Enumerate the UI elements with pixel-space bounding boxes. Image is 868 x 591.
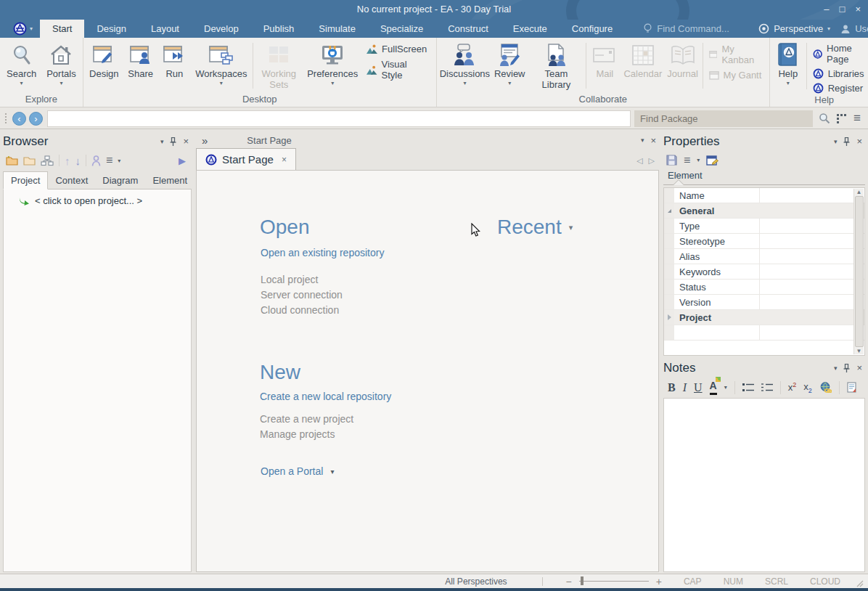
preferences-button[interactable]: Preferences ▾ [303,38,362,93]
fullscreen-button[interactable]: FullScreen [367,44,429,54]
double-chevron-icon[interactable]: » [202,134,208,147]
tab-construct[interactable]: Construct [435,20,501,38]
recent-heading[interactable]: Recent ▾ [497,216,573,239]
open-folder-icon[interactable] [23,155,36,166]
panel-menu-chevron-icon[interactable]: ▾ [834,364,838,372]
numbered-list-icon[interactable] [761,383,773,392]
zoom-slider-thumb[interactable] [581,576,584,585]
tab-scroll-left-icon[interactable]: ◁ [636,156,642,166]
pin-icon[interactable] [843,364,850,372]
properties-menu-icon[interactable]: ≡ [684,154,690,167]
maximize-button[interactable]: □ [840,3,846,16]
back-button[interactable]: ‹ [12,112,26,126]
zoom-out-button[interactable]: − [566,576,572,587]
superscript-button[interactable]: x2 [788,381,797,393]
review-button[interactable]: Review ▾ [491,38,528,93]
design-button[interactable]: Design [85,38,123,93]
edit-notes-document-icon[interactable] [847,382,856,393]
team-library-button[interactable]: Team Library [528,38,584,93]
scrollbar-thumb[interactable] [855,196,864,347]
property-row-type[interactable]: Type [664,219,864,234]
help-button[interactable]: Help ▾ [771,38,805,94]
italic-button[interactable]: I [683,381,687,394]
browser-expand-icon[interactable]: ▶ [179,155,189,166]
tab-start[interactable]: Start [40,20,84,38]
local-project-item[interactable]: Local project [261,272,343,288]
chevron-down-icon[interactable]: ▾ [641,136,644,144]
browser-tab-context[interactable]: Context [48,172,95,189]
new-project-folder-icon[interactable] [6,155,18,166]
all-perspectives-status[interactable]: All Perspectives [445,576,507,587]
property-row-status[interactable]: Status [664,280,864,295]
hyperlink-globe-icon[interactable] [819,382,832,393]
share-button[interactable]: Share [123,38,158,93]
find-command-box[interactable] [644,20,758,38]
panel-menu-chevron-icon[interactable]: ▾ [834,138,838,145]
zoom-slider[interactable] [579,581,649,582]
app-menu-button[interactable]: ▾ [0,20,40,38]
move-down-icon[interactable]: ↓ [75,155,81,167]
find-package-box[interactable] [634,110,813,127]
package-browser-button[interactable] [836,113,848,123]
discussions-button[interactable]: Discussions ▾ [438,38,491,93]
toolbar-menu-button[interactable]: ≡ [853,111,861,126]
locate-person-icon[interactable] [91,155,101,166]
open-project-hint[interactable]: < click to open project... > [8,195,187,206]
start-page-tab[interactable]: Start Page × [196,148,296,170]
find-package-search-button[interactable] [819,113,830,124]
panel-menu-chevron-icon[interactable]: ▾ [160,138,164,145]
font-color-button[interactable]: A [710,380,717,395]
home-page-button[interactable]: Home Page [813,43,868,65]
address-input[interactable] [47,110,631,127]
model-hierarchy-icon[interactable] [41,155,54,166]
search-button[interactable]: Search ▾ [1,38,41,93]
property-row-version[interactable]: Version [664,295,864,310]
open-existing-repository-link[interactable]: Open an existing repository [261,247,384,258]
find-command-input[interactable] [657,23,758,34]
properties-scrollbar[interactable]: ▲ ▼ [853,189,864,354]
bullet-list-icon[interactable] [742,383,754,392]
server-connection-item[interactable]: Server connection [261,288,343,303]
toolbar-drag-handle[interactable] [2,113,9,123]
browser-tab-element[interactable]: Element [145,172,195,189]
tab-execute[interactable]: Execute [501,20,560,38]
run-button[interactable]: Run [157,38,191,93]
scroll-up-icon[interactable]: ▲ [856,189,862,195]
subscript-button[interactable]: x2 [803,381,812,394]
create-local-repository-link[interactable]: Create a new local repository [260,391,391,402]
tab-develop[interactable]: Develop [192,20,251,38]
browser-tab-project[interactable]: Project [3,171,48,189]
close-icon[interactable]: × [650,135,656,146]
tab-simulate[interactable]: Simulate [306,20,368,38]
open-a-portal-link[interactable]: Open a Portal ▾ [261,465,334,477]
close-icon[interactable]: × [856,136,862,147]
tab-specialize[interactable]: Specialize [368,20,435,38]
property-row-stereotype[interactable]: Stereotype [664,234,864,249]
cloud-connection-item[interactable]: Cloud connection [261,303,343,318]
minimize-button[interactable]: – [824,3,829,16]
pin-icon[interactable] [843,137,850,146]
underline-button[interactable]: U [694,381,703,394]
tab-design[interactable]: Design [84,20,138,38]
move-up-icon[interactable]: ↑ [65,155,70,167]
browser-tab-diagram[interactable]: Diagram [95,172,145,189]
forward-button[interactable]: › [29,112,43,126]
manage-projects-item[interactable]: Manage projects [260,427,353,442]
chevron-down-icon[interactable]: ▾ [697,157,700,163]
scroll-down-icon[interactable]: ▼ [856,348,862,354]
libraries-button[interactable]: Libraries ▾ [813,68,868,79]
tab-layout[interactable]: Layout [139,20,192,38]
resize-grip-icon[interactable] [856,580,864,587]
create-new-project-item[interactable]: Create a new project [260,412,353,427]
workspaces-button[interactable]: Workspaces ▾ [191,38,251,93]
pin-icon[interactable] [170,137,176,146]
property-row-keywords[interactable]: Keywords [664,264,864,280]
tab-scroll-right-icon[interactable]: ▷ [649,156,655,166]
close-button[interactable]: × [855,3,861,16]
find-package-input[interactable] [634,113,779,124]
visual-style-button[interactable]: Visual Style [367,59,429,81]
close-icon[interactable]: × [856,362,862,373]
property-row-name[interactable]: Name [664,188,864,203]
property-group-general[interactable]: General [664,203,864,219]
zoom-in-button[interactable]: + [656,576,662,587]
